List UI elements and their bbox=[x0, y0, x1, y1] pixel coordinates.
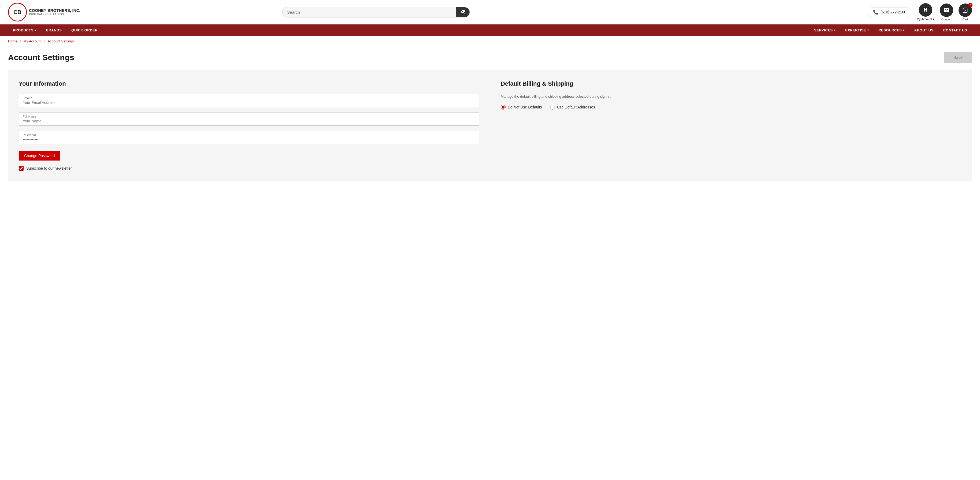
search-input[interactable] bbox=[282, 7, 456, 17]
nav-contact-us[interactable]: CONTACT US bbox=[939, 24, 972, 36]
search-icon bbox=[460, 10, 465, 14]
resources-chevron-icon: ▾ bbox=[903, 29, 905, 32]
page-header: Account Settings Save bbox=[8, 52, 972, 63]
fullname-group: Full Name bbox=[19, 113, 479, 126]
newsletter-label[interactable]: Subscribe to our newsletter bbox=[26, 166, 72, 171]
nav-products[interactable]: PRODUCTS ▾ bbox=[8, 24, 41, 36]
breadcrumb-current: Account Settings bbox=[48, 39, 74, 43]
email-label: Email * bbox=[23, 96, 475, 100]
radio-use-defaults-input[interactable] bbox=[550, 105, 555, 110]
contact-wrap: Contact bbox=[940, 3, 953, 21]
email-input[interactable] bbox=[23, 100, 475, 105]
fullname-label: Full Name bbox=[23, 115, 475, 118]
phone-button[interactable]: 📞 (610) 272-2100 bbox=[868, 7, 912, 17]
my-account-wrap: N My Account ▾ bbox=[917, 3, 934, 21]
contact-label: Contact bbox=[941, 18, 951, 21]
cart-badge-count: 0 bbox=[968, 3, 972, 7]
newsletter-checkbox[interactable] bbox=[19, 166, 24, 171]
brand-name: COONEY BROTHERS, INC. bbox=[29, 8, 80, 13]
fullname-input[interactable] bbox=[23, 119, 475, 123]
search-button[interactable] bbox=[456, 7, 469, 17]
nav-brands[interactable]: BRANDS bbox=[41, 24, 67, 36]
page-title: Account Settings bbox=[8, 53, 74, 62]
change-password-button[interactable]: Change Password bbox=[19, 151, 60, 161]
nav-about-us[interactable]: ABOUT US bbox=[910, 24, 939, 36]
your-information-title: Your Information bbox=[19, 80, 479, 87]
billing-title: Default Billing & Shipping bbox=[501, 80, 961, 87]
logo-initials: CB bbox=[14, 9, 21, 15]
cart-icon bbox=[962, 7, 968, 13]
billing-description: Manage the default billing and shipping … bbox=[501, 94, 961, 99]
my-account-label: My Account ▾ bbox=[917, 18, 934, 21]
nav-services[interactable]: SERVICES ▾ bbox=[810, 24, 840, 36]
expertise-chevron-icon: ▾ bbox=[867, 29, 869, 32]
radio-use-defaults[interactable]: Use Default Addresses bbox=[550, 105, 595, 110]
brand-sub: PIPE VALVES FITTINGS bbox=[29, 13, 80, 16]
phone-number: (610) 272-2100 bbox=[880, 10, 906, 14]
logo-area[interactable]: CB COONEY BROTHERS, INC. PIPE VALVES FIT… bbox=[8, 3, 80, 21]
cart-button[interactable]: 0 bbox=[959, 3, 972, 17]
services-chevron-icon: ▾ bbox=[834, 29, 836, 32]
radio-use-defaults-label: Use Default Addresses bbox=[557, 105, 595, 109]
password-field-wrapper: Password bbox=[19, 131, 479, 144]
my-account-button[interactable]: N bbox=[919, 3, 932, 17]
password-label: Password bbox=[23, 134, 475, 137]
phone-icon: 📞 bbox=[873, 10, 878, 15]
top-header: CB COONEY BROTHERS, INC. PIPE VALVES FIT… bbox=[0, 0, 980, 24]
your-information-section: Your Information Email * Full Name Passw… bbox=[19, 80, 479, 171]
nav-quick-order[interactable]: QUICK ORDER bbox=[67, 24, 102, 36]
radio-no-defaults[interactable]: Do Not Use Defaults bbox=[501, 105, 542, 110]
header-actions: 📞 (610) 272-2100 N My Account ▾ Contact … bbox=[868, 3, 972, 21]
email-group: Email * bbox=[19, 94, 479, 107]
email-field-wrapper: Email * bbox=[19, 94, 479, 107]
password-group: Password bbox=[19, 131, 479, 144]
radio-no-defaults-input[interactable] bbox=[501, 105, 506, 110]
account-initial-icon: N bbox=[924, 7, 928, 13]
breadcrumb-home[interactable]: Home bbox=[8, 39, 18, 43]
logo-text: COONEY BROTHERS, INC. PIPE VALVES FITTIN… bbox=[29, 8, 80, 16]
billing-section: Default Billing & Shipping Manage the de… bbox=[501, 80, 961, 171]
page-content: Account Settings Save Your Information E… bbox=[0, 46, 980, 192]
nav-bar: PRODUCTS ▾ BRANDS QUICK ORDER SERVICES ▾… bbox=[0, 24, 980, 36]
password-input[interactable] bbox=[23, 137, 475, 142]
newsletter-row: Subscribe to our newsletter bbox=[19, 166, 479, 171]
nav-expertise[interactable]: EXPERTISE ▾ bbox=[840, 24, 874, 36]
search-area bbox=[282, 7, 470, 18]
nav-resources[interactable]: RESOURCES ▾ bbox=[873, 24, 909, 36]
envelope-icon bbox=[943, 7, 950, 13]
contact-button[interactable] bbox=[940, 3, 953, 17]
radio-no-defaults-label: Do Not Use Defaults bbox=[508, 105, 542, 109]
save-button[interactable]: Save bbox=[944, 52, 972, 63]
products-chevron-icon: ▾ bbox=[35, 29, 37, 32]
form-card: Your Information Email * Full Name Passw… bbox=[8, 70, 972, 182]
fullname-field-wrapper: Full Name bbox=[19, 113, 479, 126]
breadcrumb-my-account[interactable]: My Account bbox=[24, 39, 41, 43]
billing-radio-group: Do Not Use Defaults Use Default Addresse… bbox=[501, 105, 961, 110]
cart-label: Cart bbox=[963, 18, 968, 21]
cart-wrap: 0 Cart bbox=[959, 3, 972, 21]
breadcrumb: Home / My Account / Account Settings bbox=[0, 36, 980, 46]
logo-icon: CB bbox=[8, 3, 27, 21]
